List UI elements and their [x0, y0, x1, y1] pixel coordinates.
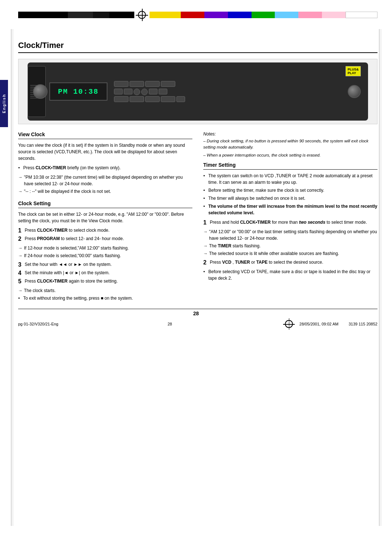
view-clock-bullet1: Press CLOCK•TIMER briefly (on the system…: [18, 165, 192, 171]
view-clock-bullets: Press CLOCK•TIMER briefly (on the system…: [18, 165, 192, 171]
timer-bullet1: The system can switch on to VCD ,TUNER o…: [203, 173, 377, 186]
ctrl-btn: [124, 89, 132, 94]
volume-knob: [348, 85, 361, 98]
timer-step1: 1 Press and hold CLOCK•TIMER for more th…: [203, 219, 377, 226]
bar-seg-red: [181, 12, 204, 18]
clock-arrow1: If 12-hour mode is selected,"AM 12:00" s…: [18, 245, 192, 251]
note1: – During clock setting, if no button is …: [203, 138, 377, 151]
clock-setting-intro: The clock can be set in either 12- or 24…: [18, 211, 192, 224]
view-clock-bullet1-suffix: briefly (on the system only).: [66, 165, 121, 170]
notes-title: Notes:: [203, 131, 377, 137]
timer-highlight-bullet: The volume of the timer will increase fr…: [203, 203, 377, 216]
timer-tuner: TUNER: [235, 260, 250, 265]
timer-setting-heading: Timer Setting: [203, 162, 377, 170]
device-mockup: PM 10:38: [28, 62, 368, 121]
crosshair-target-top: [138, 11, 146, 19]
bottom-rule: [18, 309, 377, 309]
note2: – When a power interruption occurs, the …: [203, 152, 377, 158]
footer-page-num: 28: [168, 322, 172, 326]
footer-bar: pg 01-32/V320/21-Eng 28 28/05/2001, 09:0…: [0, 318, 392, 330]
bar-seg-black3: [93, 12, 110, 18]
ctrl-btn: [114, 89, 123, 94]
ctrl-program: [114, 96, 128, 102]
device-display: PM 10:38: [49, 82, 107, 101]
clock-timer-bold: CLOCK•TIMER: [36, 165, 66, 170]
clock-exit-bullet: To exit without storing the setting, pre…: [18, 295, 192, 301]
side-lines-left: [11, 29, 13, 526]
timer-arrow1-prefix: "AM 12:00" or "00:00": [209, 229, 251, 234]
timer-arrow1: "AM 12:00" or "00:00" or the last timer …: [203, 228, 377, 242]
timer-volume-text: The volume of the timer will increase fr…: [208, 204, 377, 215]
timer-bold: TIMER: [218, 243, 231, 248]
timer-step2: 2 Press VCD , TUNER or TAPE to select th…: [203, 259, 377, 266]
timer-disc-bullet: Before selecting VCD or TAPE, make sure …: [203, 268, 377, 281]
ctrl-pause: [141, 89, 148, 95]
timer-bullet2: Before setting the timer, make sure the …: [203, 187, 377, 194]
timer-bullets: The system can switch on to VCD ,TUNER o…: [203, 173, 377, 216]
clock-step3: 3 Set the hour with ◄◄ or ►► on the syst…: [18, 261, 192, 268]
page-number-center: 28: [0, 311, 392, 316]
bar-seg-pink: [298, 12, 322, 18]
side-lines-right: [379, 29, 381, 526]
bar-seg-blue: [228, 12, 252, 18]
two-column-layout: View Clock You can view the clock (if it…: [18, 131, 377, 304]
footer-left: pg 01-32/V320/21-Eng: [18, 322, 58, 326]
clock-setting-heading: Clock Setting: [18, 200, 192, 208]
clock-step2: 2 Press PROGRAM to select 12- and 24- ho…: [18, 235, 192, 242]
timer-arrow2: The TIMER starts flashing.: [203, 243, 377, 249]
crosshair-footer: [285, 320, 293, 328]
notes-block: Notes: – During clock setting, if no but…: [203, 131, 377, 158]
ctrl-record: [130, 96, 144, 102]
step3-text: Set the hour with ◄◄ or ►► on the system…: [25, 262, 112, 267]
ctrl-vcd: [114, 81, 128, 87]
footer-date: 28/05/2001, 09:02 AM: [299, 322, 339, 326]
step2-suffix: to select 12- and 24- hour mode.: [60, 236, 124, 241]
timer-bullet3: The timer will always be switched on onc…: [203, 195, 377, 202]
ctrl-replay: [161, 96, 175, 102]
bar-seg-ltblue: [275, 12, 298, 18]
ctrl-dim: [176, 96, 185, 102]
step1-suffix: to select clock mode.: [68, 228, 109, 233]
footer-right-group: 28/05/2001, 09:02 AM 3139 115 20852: [281, 320, 377, 328]
ctrl-play: [134, 89, 140, 95]
footer-ref: 3139 115 20852: [348, 322, 377, 326]
timer-setting-section: Timer Setting The system can switch on t…: [203, 162, 377, 281]
timer-disc: Before selecting VCD or TAPE, make sure …: [203, 268, 377, 281]
device-controls: [111, 78, 368, 105]
ctrl-aux: [161, 81, 175, 87]
timer-step2-list: 2 Press VCD , TUNER or TAPE to select th…: [203, 259, 377, 266]
timer-step1-bold: CLOCK•TIMER: [240, 220, 270, 225]
display-text: PM 10:38: [58, 88, 99, 96]
step5-bold: CLOCK•TIMER: [37, 279, 68, 284]
page-number: 28: [193, 311, 199, 316]
left-column: View Clock You can view the clock (if it…: [18, 131, 192, 304]
ctrl-dubbing: [145, 96, 160, 102]
page-title: Clock/Timer: [18, 41, 377, 53]
step5-suffix: again to store the setting.: [68, 279, 118, 284]
timer-vcd: VCD: [222, 260, 231, 265]
clock-arrow2: If 24-hour mode is selected,"00:00" star…: [18, 252, 192, 259]
bar-right: [150, 12, 377, 18]
clock-setting-steps-3-5: 3 Set the hour with ◄◄ or ►► on the syst…: [18, 261, 192, 284]
bar-seg-green: [252, 12, 275, 18]
clock-step5: 5 Press CLOCK•TIMER again to store the s…: [18, 278, 192, 284]
ctrl-btn: [159, 89, 167, 94]
plus-play-badge: PLUS&PLAY: [346, 66, 361, 76]
step4-text: Set the minute with |◄ or ►| on the syst…: [25, 270, 110, 275]
bar-left: [18, 12, 134, 18]
bar-seg-black2: [68, 12, 93, 18]
clock-starts-arrow: The clock starts.: [18, 287, 192, 294]
bar-seg-black1: [18, 12, 68, 18]
bar-seg-purple: [204, 12, 228, 18]
view-clock-arrow2: "-- : --" will be displayed if the clock…: [18, 188, 192, 195]
view-clock-intro: You can view the clock (if it is set) if…: [18, 142, 192, 162]
clock-step1: 1 Press CLOCK•TIMER to select clock mode…: [18, 227, 192, 234]
step2-bold: PROGRAM: [37, 236, 60, 241]
language-label: English: [2, 94, 6, 113]
clock-setting-steps: 1 Press CLOCK•TIMER to select clock mode…: [18, 227, 192, 242]
main-content: Clock/Timer PM 10:38: [18, 19, 377, 304]
timer-arrow3: The selected source is lit while other a…: [203, 250, 377, 257]
bar-seg-white: [346, 12, 377, 18]
timer-two-seconds: two seconds: [299, 220, 326, 225]
device-image: PM 10:38: [18, 59, 377, 124]
